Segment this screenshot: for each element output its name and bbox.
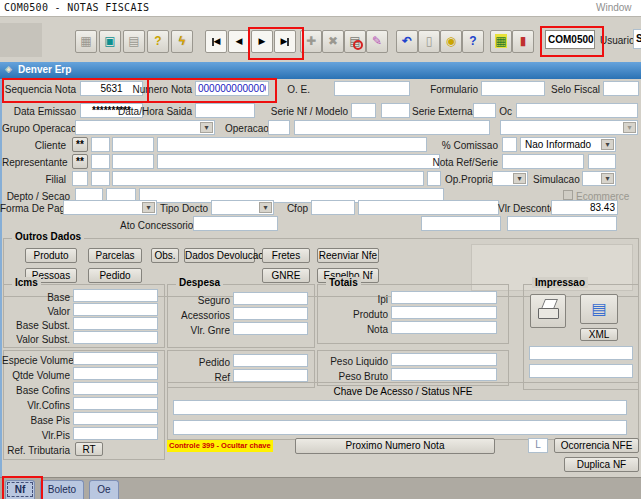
especie-volume-field[interactable] [73,352,158,365]
cfop-desc-field[interactable] [358,200,499,215]
qtde-volume-field[interactable] [73,367,158,380]
grupo-operacao-dropdown[interactable]: ▾ [75,120,215,135]
representante-lov-button[interactable]: ** [72,154,88,169]
delete-record-button[interactable]: ✖ [322,30,344,53]
filial-extra-field[interactable] [427,171,441,186]
oc-field[interactable] [516,103,638,118]
first-record-button[interactable]: ◀ [205,30,227,53]
vlr-pis-field[interactable] [73,427,158,440]
dropdown-arrow-icon[interactable]: ▾ [142,202,155,213]
imprimir-danfe-button[interactable] [530,294,566,328]
acessorios-field[interactable] [233,307,308,320]
tab-boleto[interactable]: Boleto [40,480,84,499]
dropdown-arrow-icon[interactable]: ▾ [259,202,272,213]
ipi-field[interactable] [391,291,497,304]
comissao-field[interactable] [502,137,517,152]
exit-button[interactable]: ▮ [512,30,534,53]
xml-button[interactable]: XML [580,328,618,341]
cfop-field[interactable] [311,200,355,215]
rt-button[interactable]: RT [75,442,103,456]
proximo-numero-nota-button[interactable]: Proximo Numero Nota [295,438,495,454]
execute-query-button[interactable]: ✎ [366,30,388,53]
cliente-codigo-field[interactable] [112,137,154,152]
formulario-field[interactable] [481,81,545,96]
gnre-button[interactable]: GNRE [262,268,310,283]
dropdown-arrow-icon[interactable]: ▾ [623,122,636,133]
impressao-field-1[interactable] [529,346,633,360]
pedido-button[interactable]: Pedido [88,268,142,283]
enter-query-button[interactable]: ▤ [344,30,366,53]
produto-button[interactable]: Produto [25,248,77,263]
pedido-field[interactable] [233,354,308,367]
cliente-lov-button[interactable]: ** [72,137,88,152]
totais-nota-field[interactable] [391,321,497,334]
icms-base-subst-field[interactable] [73,317,158,330]
representante-tipo-field[interactable] [91,154,110,169]
l-field[interactable]: L [528,438,548,453]
ecommerce-checkbox[interactable] [563,190,573,200]
op-propria-dropdown[interactable]: ▾ [492,171,528,186]
dados-devolucao-button[interactable]: Dados Devolucao [184,248,255,263]
parcelas-button[interactable]: Parcelas [88,248,142,263]
menu-window[interactable]: Window [596,2,632,13]
seguro-field[interactable] [233,292,308,305]
screen-button[interactable]: ▣ [99,30,121,53]
dropdown-arrow-icon[interactable]: ▾ [200,122,213,133]
icms-base-field[interactable] [73,289,158,302]
operacao-code-field[interactable] [268,120,290,135]
obs-button[interactable]: Obs. [151,248,179,263]
fretes-button[interactable]: Fretes [262,248,310,263]
help-button[interactable]: ? [462,30,484,53]
ato-concessorio-field[interactable] [193,216,278,231]
keys-button[interactable]: ◉ [440,30,462,53]
peso-liquido-field[interactable] [391,353,497,366]
imprimir-xml-button[interactable]: ▤ [580,294,618,324]
impressao-field-2[interactable] [529,364,633,378]
extra-field-1[interactable] [421,216,501,231]
status-nfe-field[interactable] [173,420,627,435]
peso-bruto-field[interactable] [391,368,497,381]
icms-valor-field[interactable] [73,303,158,316]
operacao-extra-dropdown[interactable]: ▾ [500,120,638,135]
cliente-tipo-field[interactable] [91,137,110,152]
chave-acesso-field[interactable] [173,400,627,415]
dropdown-arrow-icon[interactable]: ▾ [513,173,526,184]
vlr-desconto-field[interactable] [551,200,618,215]
extra-field-2[interactable] [507,216,617,231]
serie-externa-field[interactable] [473,103,496,118]
help-doc-button[interactable]: ? [147,30,169,53]
nota-ref-serie-field[interactable] [588,154,616,169]
usuario-field[interactable]: SUPORT [633,29,641,49]
clipboard-button[interactable]: ▯ [418,30,440,53]
tipo-docto-dropdown[interactable]: ▾ [211,200,274,215]
modelo-field[interactable] [381,103,410,118]
icms-valor-subst-field[interactable] [73,331,158,344]
duplica-nf-button[interactable]: Duplica NF [564,457,639,472]
representante-nome-field[interactable] [157,154,440,169]
reenviar-nfe-button[interactable]: Reenviar Nfe [317,248,379,263]
vlr-cofins-field[interactable] [73,397,158,410]
totais-produto-field[interactable] [391,306,497,319]
filial-nome-field[interactable] [112,171,424,186]
ref-field[interactable] [233,369,308,382]
filial-codigo-field[interactable] [91,171,110,186]
save-button[interactable]: ▦ [75,30,97,53]
base-cofins-field[interactable] [73,382,158,395]
serie-nf-field[interactable] [351,103,376,118]
vlr-gnre-field[interactable] [233,322,308,335]
cliente-nome-field[interactable] [157,137,427,152]
execute-button[interactable]: ϟ [171,30,193,53]
calendar-button[interactable]: ▦ [490,30,512,53]
previous-record-button[interactable]: ◀ [228,30,250,53]
comissao-dropdown[interactable]: Nao Informado▾ [520,137,616,152]
tab-oe[interactable]: Oe [89,480,119,499]
dropdown-arrow-icon[interactable]: ▾ [601,139,614,150]
undo-button[interactable]: ↶ [396,30,418,53]
representante-codigo-field[interactable] [112,154,154,169]
dropdown-arrow-icon[interactable]: ▾ [601,173,614,184]
simulacao-dropdown[interactable]: ▾ [582,171,616,186]
print-button[interactable]: ▤ [123,30,145,53]
ocorrencia-nfe-button[interactable]: Ocorrencia NFE [554,438,639,453]
filial-tipo-field[interactable] [72,171,88,186]
base-pis-field[interactable] [73,412,158,425]
